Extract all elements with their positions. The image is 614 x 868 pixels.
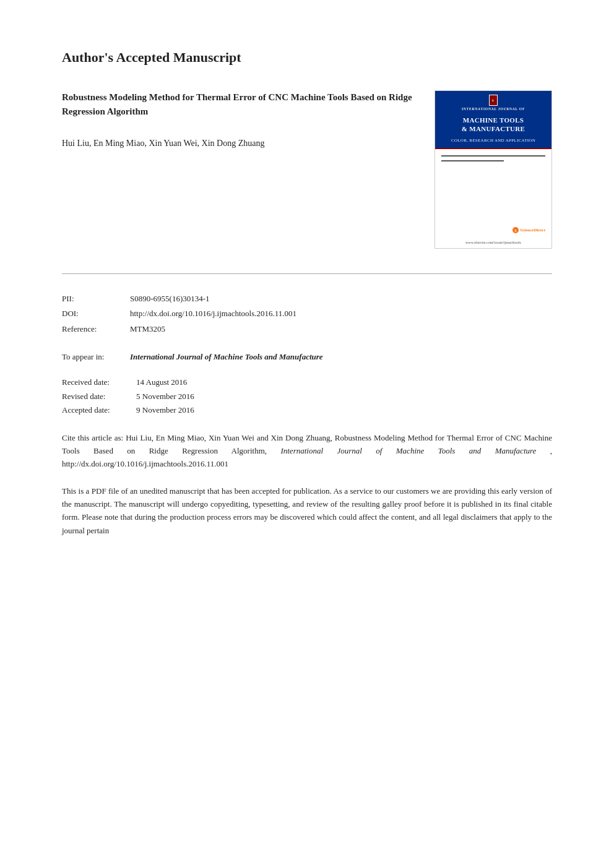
document-page: Author's Accepted Manuscript Robustness … [0,0,614,868]
cite-journal: International Journal of Machine Tools a… [280,446,536,455]
appear-label: To appear in: [62,351,130,364]
accepted-label: Accepted date: [62,404,136,417]
journal-logo: E INTERNATIONAL JOURNAL OF MACHINE TOOLS… [435,90,552,249]
title-author-block: Robustness Modeling Method for Thermal E… [62,90,435,150]
authors: Hui Liu, En Ming Miao, Xin Yuan Wei, Xin… [62,137,416,150]
journal-logo-line-1 [441,155,545,157]
journal-logo-line-2 [441,160,504,161]
journal-logo-subtitle: COLOR, RESEARCH AND APPLICATION [435,136,551,149]
accepted-value: 9 November 2016 [136,404,194,417]
journal-name-line2: MACHINE TOOLS [440,116,547,124]
cite-section: Cite this article as: Hui Liu, En Ming M… [62,432,552,470]
received-label: Received date: [62,376,136,389]
pii-value: S0890-6955(16)30134-1 [130,293,210,306]
journal-logo-lines [441,155,545,165]
article-title: Robustness Modeling Method for Thermal E… [62,90,416,118]
dates-section: Received date: 14 August 2016 Revised da… [62,376,552,417]
doi-label: DOI: [62,307,130,320]
received-row: Received date: 14 August 2016 [62,376,552,389]
journal-name-line3: & MANUFACTURE [440,124,547,133]
journal-name-line1: INTERNATIONAL JOURNAL OF [440,107,547,111]
journal-logo-url: www.elsevier.com/locate/ijmachtools [435,238,551,248]
pii-label: PII: [62,293,130,306]
journal-logo-body [435,149,551,223]
received-value: 14 August 2016 [136,376,187,389]
doi-value: http://dx.doi.org/10.1016/j.ijmachtools.… [130,307,296,320]
journal-logo-footer: S ScienceDirect [435,223,551,238]
doi-row: DOI: http://dx.doi.org/10.1016/j.ijmacht… [62,307,552,320]
body-text: This is a PDF file of an unedited manusc… [62,484,552,538]
accepted-row: Accepted date: 9 November 2016 [62,404,552,417]
journal-logo-title: MACHINE TOOLS & MANUFACTURE [435,113,551,136]
divider-1 [62,273,552,274]
journal-logo-top: E INTERNATIONAL JOURNAL OF [435,91,551,113]
page-header: Author's Accepted Manuscript [62,49,552,66]
revised-row: Revised date: 5 November 2016 [62,390,552,403]
revised-value: 5 November 2016 [136,390,194,403]
appear-value: International Journal of Machine Tools a… [130,351,323,364]
revised-label: Revised date: [62,390,136,403]
top-section: Robustness Modeling Method for Thermal E… [62,90,552,249]
sciencedirect-logo: S ScienceDirect [512,227,545,233]
reference-label: Reference: [62,323,130,336]
reference-value: MTM3205 [130,323,165,336]
metadata-section: PII: S0890-6955(16)30134-1 DOI: http://d… [62,293,552,336]
appear-in-row: To appear in: International Journal of M… [62,351,552,364]
reference-row: Reference: MTM3205 [62,323,552,336]
pii-row: PII: S0890-6955(16)30134-1 [62,293,552,306]
